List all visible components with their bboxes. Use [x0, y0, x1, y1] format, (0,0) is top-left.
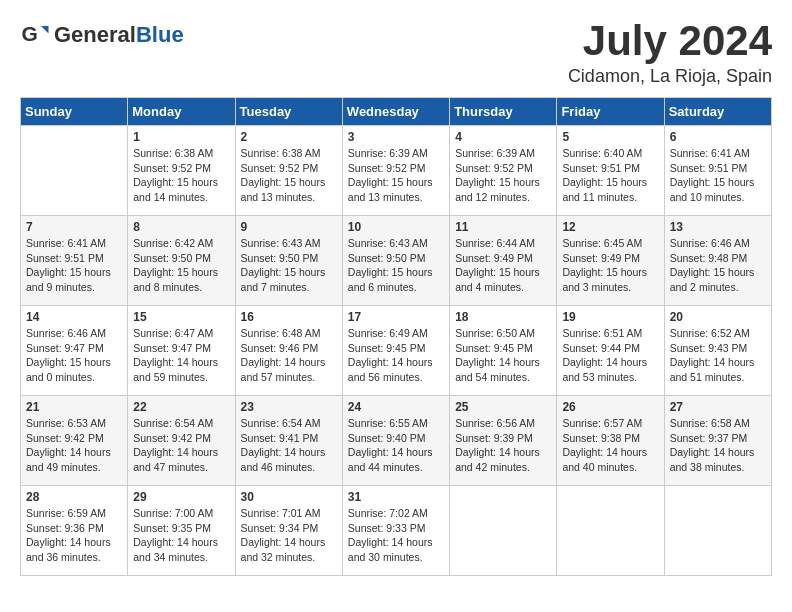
logo-icon: G — [20, 20, 50, 50]
sunset-text: Sunset: 9:52 PM — [348, 162, 426, 174]
cell-content: Sunrise: 6:45 AM Sunset: 9:49 PM Dayligh… — [562, 236, 658, 295]
cell-content: Sunrise: 6:58 AM Sunset: 9:37 PM Dayligh… — [670, 416, 766, 475]
calendar-cell: 27 Sunrise: 6:58 AM Sunset: 9:37 PM Dayl… — [664, 396, 771, 486]
calendar-cell — [450, 486, 557, 576]
daylight-text: Daylight: 14 hours and 47 minutes. — [133, 446, 218, 473]
daylight-text: Daylight: 14 hours and 56 minutes. — [348, 356, 433, 383]
calendar-cell — [21, 126, 128, 216]
calendar-cell: 24 Sunrise: 6:55 AM Sunset: 9:40 PM Dayl… — [342, 396, 449, 486]
cell-content: Sunrise: 6:48 AM Sunset: 9:46 PM Dayligh… — [241, 326, 337, 385]
cell-content: Sunrise: 6:50 AM Sunset: 9:45 PM Dayligh… — [455, 326, 551, 385]
calendar-table: SundayMondayTuesdayWednesdayThursdayFrid… — [20, 97, 772, 576]
calendar-cell: 21 Sunrise: 6:53 AM Sunset: 9:42 PM Dayl… — [21, 396, 128, 486]
page-header: G GeneralBlue July 2024 Cidamon, La Rioj… — [20, 20, 772, 87]
cell-content: Sunrise: 6:53 AM Sunset: 9:42 PM Dayligh… — [26, 416, 122, 475]
sunrise-text: Sunrise: 6:59 AM — [26, 507, 106, 519]
sunrise-text: Sunrise: 6:52 AM — [670, 327, 750, 339]
cell-content: Sunrise: 6:42 AM Sunset: 9:50 PM Dayligh… — [133, 236, 229, 295]
daylight-text: Daylight: 14 hours and 36 minutes. — [26, 536, 111, 563]
calendar-cell: 3 Sunrise: 6:39 AM Sunset: 9:52 PM Dayli… — [342, 126, 449, 216]
sunrise-text: Sunrise: 6:39 AM — [348, 147, 428, 159]
cell-content: Sunrise: 6:43 AM Sunset: 9:50 PM Dayligh… — [348, 236, 444, 295]
sunset-text: Sunset: 9:50 PM — [348, 252, 426, 264]
day-number: 16 — [241, 310, 337, 324]
day-number: 18 — [455, 310, 551, 324]
calendar-cell: 6 Sunrise: 6:41 AM Sunset: 9:51 PM Dayli… — [664, 126, 771, 216]
daylight-text: Daylight: 14 hours and 59 minutes. — [133, 356, 218, 383]
calendar-cell: 30 Sunrise: 7:01 AM Sunset: 9:34 PM Dayl… — [235, 486, 342, 576]
day-number: 4 — [455, 130, 551, 144]
calendar-cell: 9 Sunrise: 6:43 AM Sunset: 9:50 PM Dayli… — [235, 216, 342, 306]
sunset-text: Sunset: 9:44 PM — [562, 342, 640, 354]
cell-content: Sunrise: 6:41 AM Sunset: 9:51 PM Dayligh… — [670, 146, 766, 205]
daylight-text: Daylight: 15 hours and 13 minutes. — [241, 176, 326, 203]
day-number: 27 — [670, 400, 766, 414]
sunrise-text: Sunrise: 6:41 AM — [26, 237, 106, 249]
day-number: 24 — [348, 400, 444, 414]
cell-content: Sunrise: 6:44 AM Sunset: 9:49 PM Dayligh… — [455, 236, 551, 295]
daylight-text: Daylight: 14 hours and 34 minutes. — [133, 536, 218, 563]
day-number: 6 — [670, 130, 766, 144]
sunset-text: Sunset: 9:45 PM — [348, 342, 426, 354]
month-year-title: July 2024 — [568, 20, 772, 62]
sunset-text: Sunset: 9:52 PM — [133, 162, 211, 174]
calendar-cell: 8 Sunrise: 6:42 AM Sunset: 9:50 PM Dayli… — [128, 216, 235, 306]
svg-marker-1 — [41, 26, 49, 34]
cell-content: Sunrise: 6:38 AM Sunset: 9:52 PM Dayligh… — [133, 146, 229, 205]
cell-content: Sunrise: 6:46 AM Sunset: 9:47 PM Dayligh… — [26, 326, 122, 385]
sunset-text: Sunset: 9:50 PM — [133, 252, 211, 264]
column-header-wednesday: Wednesday — [342, 98, 449, 126]
sunset-text: Sunset: 9:45 PM — [455, 342, 533, 354]
sunset-text: Sunset: 9:52 PM — [241, 162, 319, 174]
day-number: 10 — [348, 220, 444, 234]
sunrise-text: Sunrise: 6:42 AM — [133, 237, 213, 249]
sunrise-text: Sunrise: 7:00 AM — [133, 507, 213, 519]
svg-text:G: G — [22, 22, 38, 45]
day-number: 9 — [241, 220, 337, 234]
sunset-text: Sunset: 9:47 PM — [26, 342, 104, 354]
logo-general-text: General — [54, 22, 136, 47]
daylight-text: Daylight: 14 hours and 46 minutes. — [241, 446, 326, 473]
daylight-text: Daylight: 15 hours and 9 minutes. — [26, 266, 111, 293]
calendar-cell: 31 Sunrise: 7:02 AM Sunset: 9:33 PM Dayl… — [342, 486, 449, 576]
cell-content: Sunrise: 6:52 AM Sunset: 9:43 PM Dayligh… — [670, 326, 766, 385]
cell-content: Sunrise: 6:39 AM Sunset: 9:52 PM Dayligh… — [455, 146, 551, 205]
daylight-text: Daylight: 14 hours and 51 minutes. — [670, 356, 755, 383]
calendar-cell: 23 Sunrise: 6:54 AM Sunset: 9:41 PM Dayl… — [235, 396, 342, 486]
daylight-text: Daylight: 15 hours and 12 minutes. — [455, 176, 540, 203]
sunset-text: Sunset: 9:39 PM — [455, 432, 533, 444]
calendar-week-row: 1 Sunrise: 6:38 AM Sunset: 9:52 PM Dayli… — [21, 126, 772, 216]
sunrise-text: Sunrise: 6:48 AM — [241, 327, 321, 339]
sunrise-text: Sunrise: 6:57 AM — [562, 417, 642, 429]
daylight-text: Daylight: 14 hours and 53 minutes. — [562, 356, 647, 383]
cell-content: Sunrise: 6:51 AM Sunset: 9:44 PM Dayligh… — [562, 326, 658, 385]
cell-content: Sunrise: 6:38 AM Sunset: 9:52 PM Dayligh… — [241, 146, 337, 205]
sunrise-text: Sunrise: 6:50 AM — [455, 327, 535, 339]
day-number: 13 — [670, 220, 766, 234]
daylight-text: Daylight: 14 hours and 49 minutes. — [26, 446, 111, 473]
sunrise-text: Sunrise: 6:44 AM — [455, 237, 535, 249]
daylight-text: Daylight: 15 hours and 3 minutes. — [562, 266, 647, 293]
sunset-text: Sunset: 9:40 PM — [348, 432, 426, 444]
sunset-text: Sunset: 9:47 PM — [133, 342, 211, 354]
calendar-cell: 11 Sunrise: 6:44 AM Sunset: 9:49 PM Dayl… — [450, 216, 557, 306]
cell-content: Sunrise: 6:56 AM Sunset: 9:39 PM Dayligh… — [455, 416, 551, 475]
day-number: 29 — [133, 490, 229, 504]
sunset-text: Sunset: 9:51 PM — [26, 252, 104, 264]
sunset-text: Sunset: 9:35 PM — [133, 522, 211, 534]
calendar-cell: 7 Sunrise: 6:41 AM Sunset: 9:51 PM Dayli… — [21, 216, 128, 306]
calendar-cell: 18 Sunrise: 6:50 AM Sunset: 9:45 PM Dayl… — [450, 306, 557, 396]
logo-blue-text: Blue — [136, 22, 184, 47]
day-number: 3 — [348, 130, 444, 144]
calendar-cell: 17 Sunrise: 6:49 AM Sunset: 9:45 PM Dayl… — [342, 306, 449, 396]
calendar-cell: 20 Sunrise: 6:52 AM Sunset: 9:43 PM Dayl… — [664, 306, 771, 396]
calendar-cell — [557, 486, 664, 576]
cell-content: Sunrise: 6:46 AM Sunset: 9:48 PM Dayligh… — [670, 236, 766, 295]
calendar-cell: 4 Sunrise: 6:39 AM Sunset: 9:52 PM Dayli… — [450, 126, 557, 216]
daylight-text: Daylight: 15 hours and 8 minutes. — [133, 266, 218, 293]
sunset-text: Sunset: 9:48 PM — [670, 252, 748, 264]
calendar-week-row: 28 Sunrise: 6:59 AM Sunset: 9:36 PM Dayl… — [21, 486, 772, 576]
day-number: 17 — [348, 310, 444, 324]
column-header-saturday: Saturday — [664, 98, 771, 126]
daylight-text: Daylight: 15 hours and 6 minutes. — [348, 266, 433, 293]
